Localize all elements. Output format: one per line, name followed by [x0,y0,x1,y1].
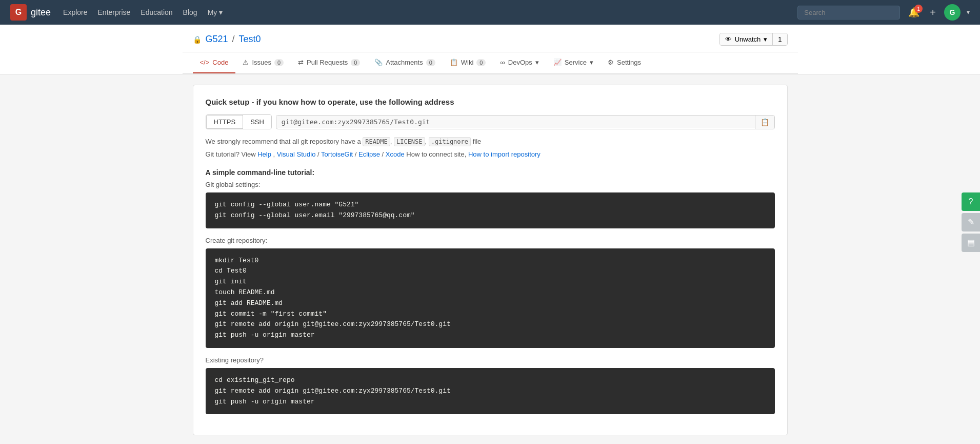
pr-badge: 0 [351,59,360,66]
license-code: LICENSE [394,137,425,146]
watch-button[interactable]: 👁 Unwatch ▾ [720,33,773,45]
dropdown-arrow: ▾ [764,35,767,43]
issues-icon: ⚠ [243,59,249,66]
nav-enterprise[interactable]: Enterprise [98,8,131,16]
wiki-badge: 0 [476,59,486,66]
existing-repo-code: cd existing_git_repo git remote add orig… [206,368,775,414]
setup-title: Quick setup - if you know how to operate… [206,98,775,106]
url-input[interactable] [276,115,755,128]
navbar: G gitee Explore Enterprise Education Blo… [0,0,980,25]
navbar-right: 🔔 1 + G ▾ [797,4,970,21]
tortoise-link[interactable]: TortoiseGit [321,150,353,158]
import-link[interactable]: How to import repository [468,150,541,158]
watch-label: Unwatch [735,35,761,43]
brand-name: gitee [31,7,51,18]
nav-links: Explore Enterprise Education Blog My ▾ [63,8,785,16]
url-toggle: HTTPS SSH [206,114,272,129]
gitignore-code: .gitignore [429,137,471,146]
repo-tabs: </> Code ⚠ Issues 0 ⇄ Pull Requests 0 📎 … [183,52,798,74]
nav-explore[interactable]: Explore [63,8,87,16]
repo-separator: / [232,34,235,45]
edit-side-button[interactable]: ✎ [962,213,980,231]
notification-badge: 1 [914,5,923,13]
nav-my[interactable]: My ▾ [208,8,223,16]
repo-title-row: 🔒 G521 / Test0 👁 Unwatch ▾ 1 [193,33,788,46]
tab-settings[interactable]: ⚙ Settings [601,52,648,73]
copy-button[interactable]: 📋 [755,115,774,129]
global-config-code: git config --global user.name "G521" git… [206,192,775,228]
devops-icon: ∞ [500,59,505,66]
code-icon: </> [200,59,210,66]
user-dropdown-arrow[interactable]: ▾ [967,9,970,16]
side-buttons: ? ✎ ▤ [962,192,980,252]
watch-button-group: 👁 Unwatch ▾ 1 [719,33,788,46]
wiki-icon: 📋 [450,59,458,66]
eclipse-link[interactable]: Eclipse [358,150,380,158]
attach-icon: 📎 [374,59,383,66]
tab-issues[interactable]: ⚠ Issues 0 [235,52,291,73]
brand-logo[interactable]: G gitee [10,4,51,21]
url-input-wrap: 📋 [276,115,775,129]
vs-link[interactable]: Visual Studio [277,150,316,158]
issues-badge: 0 [274,59,284,66]
repo-title: 🔒 G521 / Test0 [193,34,261,45]
help-link[interactable]: Help [257,150,271,158]
notification-button[interactable]: 🔔 1 [906,7,922,18]
setup-card: Quick setup - if you know how to operate… [193,85,788,435]
tab-code[interactable]: </> Code [193,52,236,73]
tab-wiki[interactable]: 📋 Wiki 0 [443,52,493,73]
pr-icon: ⇄ [298,59,304,66]
tutorial-links: Git tutorial? View Help , Visual Studio … [206,150,775,158]
add-button[interactable]: + [928,7,938,18]
eye-icon: 👁 [725,35,732,43]
simple-tutorial-title: A simple command-line tutorial: [206,168,775,177]
existing-label: Existing repository? [206,356,775,364]
lock-icon: 🔒 [193,35,202,44]
search-input[interactable] [797,6,900,20]
global-settings-label: Git global settings: [206,181,775,188]
readme-code: README [363,137,390,146]
watch-count[interactable]: 1 [773,33,787,45]
tab-attachments[interactable]: 📎 Attachments 0 [367,52,442,73]
ssh-button[interactable]: SSH [243,115,271,129]
repo-header: 🔒 G521 / Test0 👁 Unwatch ▾ 1 [183,25,798,52]
user-avatar[interactable]: G [944,4,961,21]
repo-owner-link[interactable]: G521 [206,34,228,45]
tab-devops[interactable]: ∞ DevOps ▾ [493,52,546,73]
attachments-badge: 0 [426,59,435,66]
tab-pullrequests[interactable]: ⇄ Pull Requests 0 [291,52,367,73]
nav-blog[interactable]: Blog [183,8,197,16]
create-repo-code: mkdir Test0 cd Test0 git init touch READ… [206,248,775,348]
chat-side-button[interactable]: ▤ [962,234,980,252]
repo-name-link[interactable]: Test0 [239,34,261,45]
https-button[interactable]: HTTPS [206,115,244,129]
gitee-logo-icon: G [10,4,27,21]
url-section: HTTPS SSH 📋 [206,114,775,129]
xcode-link[interactable]: Xcode [386,150,405,158]
create-repo-label: Create git repository: [206,237,775,244]
recommend-text: We strongly recommend that all git repos… [206,138,775,145]
service-icon: 📈 [553,59,562,66]
help-side-button[interactable]: ? [962,192,980,211]
tab-service[interactable]: 📈 Service ▾ [546,52,601,73]
nav-education[interactable]: Education [141,8,172,16]
settings-icon: ⚙ [608,59,614,66]
main-content: Quick setup - if you know how to operate… [183,85,798,435]
